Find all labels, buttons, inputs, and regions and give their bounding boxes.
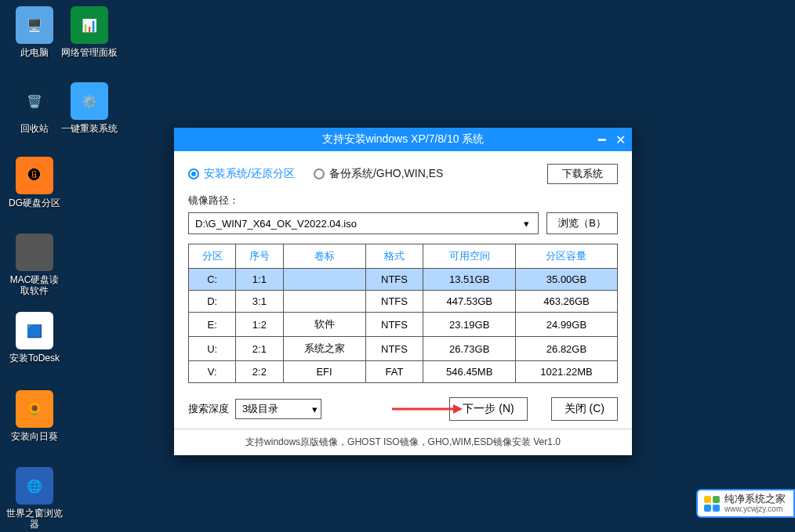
image-path-label: 镜像路径： [188, 194, 618, 208]
cell-vol [283, 269, 365, 291]
search-depth-combo[interactable]: 3级目录 ▾ [235, 399, 321, 419]
cell-free: 23.19GB [423, 313, 516, 337]
mac-disk-reader-icon [16, 233, 53, 271]
cell-cap: 1021.22MB [515, 361, 617, 383]
image-path-combo[interactable]: D:\G_WIN7_X64_OK_V2022.04.iso ▾ [188, 212, 539, 234]
radio-icon [314, 168, 325, 179]
cell-cap: 24.99GB [515, 313, 617, 337]
cell-cap: 35.00GB [515, 269, 617, 291]
dg-disk-icon: 🅖 [16, 157, 53, 194]
world-browser-icon: 🌐 [16, 467, 53, 505]
cell-free: 13.51GB [423, 269, 516, 291]
cell-cap: 26.82GB [515, 337, 617, 361]
desktop-icon-dg-disk[interactable]: 🅖DG硬盘分区 [6, 157, 63, 208]
radio-install-label: 安装系统/还原分区 [204, 167, 295, 181]
browse-button[interactable]: 浏览（B） [546, 212, 618, 234]
cell-free: 447.53GB [423, 291, 516, 313]
desktop-icon-label: 此电脑 [6, 47, 63, 58]
cell-fs: NTFS [365, 337, 423, 361]
close-window-button[interactable]: ✕ [615, 132, 626, 147]
column-header: 格式 [365, 244, 423, 269]
download-system-button[interactable]: 下载系统 [547, 164, 618, 184]
cell-fs: NTFS [365, 291, 423, 313]
watermark-url: www.ycwjzy.com [724, 505, 786, 513]
radio-icon [188, 168, 199, 179]
watermark-name: 纯净系统之家 [724, 494, 786, 505]
search-depth-label: 搜索深度 [188, 402, 229, 416]
column-header: 卷标 [283, 244, 365, 269]
table-row[interactable]: U:2:1系统之家NTFS26.73GB26.82GB [189, 337, 618, 361]
table-row[interactable]: C:1:1NTFS13.51GB35.00GB [189, 269, 618, 291]
watermark: 纯净系统之家 www.ycwjzy.com [696, 489, 795, 518]
column-header: 分区容量 [515, 244, 617, 269]
installer-window: 支持安装windows XP/7/8/10 系统 ━ ✕ 安装系统/还原分区 备… [174, 128, 632, 455]
radio-backup-label: 备份系统/GHO,WIN,ES [329, 167, 443, 181]
column-header: 序号 [236, 244, 283, 269]
watermark-logo-icon [704, 496, 720, 512]
titlebar: 支持安装windows XP/7/8/10 系统 ━ ✕ [174, 128, 632, 151]
cell-fs: NTFS [365, 313, 423, 337]
cell-idx: 1:1 [236, 269, 283, 291]
image-path-value: D:\G_WIN7_X64_OK_V2022.04.iso [195, 218, 357, 230]
this-pc-icon: 🖥️ [16, 6, 53, 44]
desktop-icon-install-todesk[interactable]: 🟦安装ToDesk [6, 312, 63, 364]
cell-idx: 2:2 [236, 361, 283, 383]
cell-drive: U: [189, 337, 236, 361]
cell-cap: 463.26GB [515, 291, 617, 313]
desktop-icon-label: MAC硬盘读取软件 [6, 274, 63, 296]
desktop-icon-onekey-reinstall[interactable]: ⚙️一键重装系统 [61, 82, 118, 134]
cell-drive: C: [189, 269, 236, 291]
minimize-button[interactable]: ━ [598, 132, 606, 147]
chevron-down-icon: ▾ [519, 216, 533, 230]
desktop-icon-label: DG硬盘分区 [6, 197, 63, 208]
radio-backup[interactable]: 备份系统/GHO,WIN,ES [314, 167, 443, 181]
table-row[interactable]: E:1:2软件NTFS23.19GB24.99GB [189, 313, 618, 337]
svg-marker-1 [453, 404, 463, 414]
radio-install-restore[interactable]: 安装系统/还原分区 [188, 167, 295, 181]
desktop-icon-mac-disk-reader[interactable]: MAC硬盘读取软件 [6, 233, 63, 296]
desktop-icon-install-sunflower[interactable]: 🌻安装向日葵 [6, 390, 63, 442]
onekey-reinstall-icon: ⚙️ [71, 82, 108, 120]
desktop-icon-world-browser[interactable]: 🌐世界之窗浏览器 [6, 467, 63, 530]
desktop-icon-label: 回收站 [6, 123, 63, 134]
cell-fs: FAT [365, 361, 423, 383]
desktop-icon-label: 一键重装系统 [61, 123, 118, 134]
search-depth-value: 3级目录 [242, 402, 278, 416]
install-todesk-icon: 🟦 [16, 312, 53, 349]
chevron-down-icon: ▾ [312, 404, 318, 415]
footer-text: 支持windows原版镜像，GHOST ISO镜像，GHO,WIM,ESD镜像安… [174, 429, 632, 455]
cell-idx: 2:1 [236, 337, 283, 361]
desktop-icon-this-pc[interactable]: 🖥️此电脑 [6, 6, 63, 58]
cell-vol: EFI [283, 361, 365, 383]
column-header: 可用空间 [423, 244, 516, 269]
recycle-bin-icon: 🗑️ [16, 82, 53, 120]
column-header: 分区 [189, 244, 236, 269]
partition-table: 分区序号卷标格式可用空间分区容量 C:1:1NTFS13.51GB35.00GB… [188, 244, 618, 383]
cell-free: 26.73GB [423, 337, 516, 361]
desktop-icon-recycle-bin[interactable]: 🗑️回收站 [6, 82, 63, 134]
cell-idx: 3:1 [236, 291, 283, 313]
table-row[interactable]: D:3:1NTFS447.53GB463.26GB [189, 291, 618, 313]
desktop-icon-label: 世界之窗浏览器 [6, 508, 63, 530]
install-sunflower-icon: 🌻 [16, 390, 53, 428]
table-row[interactable]: V:2:2EFIFAT546.45MB1021.22MB [189, 361, 618, 383]
window-title: 支持安装windows XP/7/8/10 系统 [322, 132, 485, 147]
annotation-arrow [392, 408, 463, 410]
close-button[interactable]: 关闭 (C) [551, 397, 618, 421]
cell-drive: V: [189, 361, 236, 383]
cell-drive: E: [189, 313, 236, 337]
cell-vol [283, 291, 365, 313]
cell-free: 546.45MB [423, 361, 516, 383]
cell-idx: 1:2 [236, 313, 283, 337]
cell-fs: NTFS [365, 269, 423, 291]
desktop-icon-label: 网络管理面板 [61, 47, 118, 58]
cell-drive: D: [189, 291, 236, 313]
desktop-icon-network-panel[interactable]: 📊网络管理面板 [61, 6, 118, 58]
cell-vol: 系统之家 [283, 337, 365, 361]
desktop-icon-label: 安装向日葵 [6, 431, 63, 442]
desktop-icon-label: 安装ToDesk [6, 353, 63, 364]
cell-vol: 软件 [283, 313, 365, 337]
network-panel-icon: 📊 [71, 6, 108, 44]
